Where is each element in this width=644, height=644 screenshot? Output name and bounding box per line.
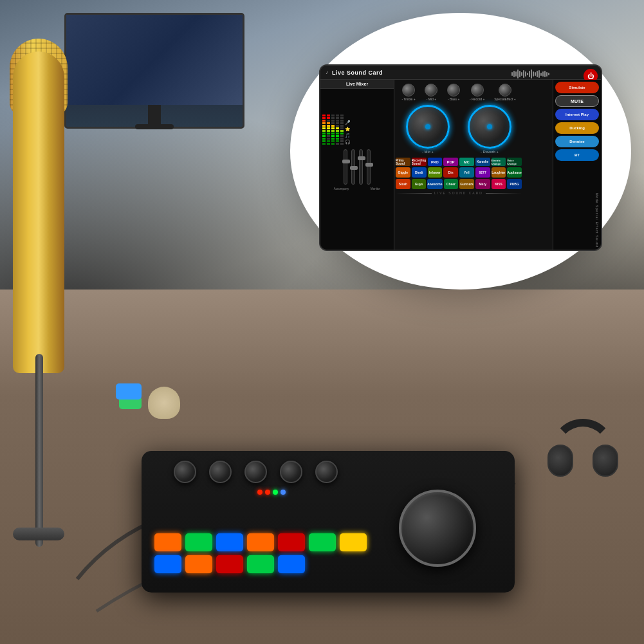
- bt-button[interactable]: BT: [555, 149, 599, 161]
- music-icon: ♪: [326, 69, 328, 75]
- deco-line-left: [396, 193, 432, 194]
- wave-17: [542, 71, 544, 77]
- sfx-kiss-label: KISS: [495, 182, 502, 186]
- device-btn-orange-3: [185, 555, 212, 573]
- wave-3: [515, 71, 517, 77]
- headphone-cup-right: [593, 445, 618, 477]
- device-knob-1: [174, 461, 196, 483]
- device-btn-yellow-1: [340, 533, 367, 551]
- wave-8: [525, 71, 526, 77]
- wave-12: [533, 71, 534, 77]
- device-btn-blue-2: [154, 555, 181, 573]
- record-knob: [471, 84, 484, 97]
- headphone-cup-left: [547, 445, 573, 477]
- reverb-knob-dot: [487, 124, 492, 129]
- sfx-guys-label: Guys: [415, 182, 423, 186]
- denoise-label: Denoise: [569, 140, 584, 143]
- mic-knob-label: - Mic +: [422, 150, 434, 154]
- device-knob-5: [315, 461, 338, 483]
- sfx-mary[interactable]: Mary: [475, 179, 490, 189]
- fader-4: [367, 149, 371, 185]
- microphone-area: [0, 0, 129, 644]
- sfx-slash[interactable]: Slash: [396, 179, 410, 189]
- mid-knob: [425, 84, 437, 97]
- sfx-applause-label: Applause: [507, 170, 522, 174]
- fader-1: [344, 149, 347, 185]
- sfx-pubg[interactable]: PUBG: [507, 179, 522, 189]
- led-strip: [257, 490, 286, 495]
- simulate-button[interactable]: Simulate: [555, 82, 599, 93]
- sfx-slash-label: Slash: [399, 182, 407, 186]
- mute-label: MUTE: [571, 99, 584, 104]
- device-btn-orange-1: [154, 533, 181, 551]
- mode-btn-karaoke-label: Karaoke: [477, 160, 488, 163]
- mic-knob-dot: [425, 124, 430, 129]
- led-red-2: [265, 490, 270, 495]
- internet-play-button[interactable]: Internet Play: [555, 109, 599, 120]
- device-buttons-grid: [154, 533, 386, 573]
- mode-btn-recording-label: Recording Sound: [412, 159, 427, 165]
- device-btn-red-1: [278, 533, 305, 551]
- fader-3: [359, 149, 363, 185]
- wave-11: [531, 69, 532, 78]
- sfx-applause[interactable]: Applause: [507, 167, 522, 178]
- faders: [320, 147, 394, 187]
- mode-btn-electric-label: Electric Change: [492, 159, 506, 165]
- vu-icons: 🎤 ⭐ 🎵 🎧: [345, 120, 351, 145]
- reverb-knob-group: - Reverb +: [468, 105, 511, 154]
- wave-4: [517, 69, 519, 78]
- mic-stand-base: [13, 528, 64, 540]
- device-knobs-row: [174, 461, 338, 483]
- wave-18: [544, 71, 546, 77]
- device-knob-4: [280, 461, 302, 483]
- wave-6: [521, 72, 522, 76]
- vu-col-4: [336, 115, 339, 145]
- wave-20: [548, 73, 549, 75]
- sfx-9277[interactable]: 9277: [475, 167, 490, 178]
- mode-btn-electric[interactable]: Electric Change: [492, 158, 506, 166]
- mode-btn-prima[interactable]: Prima Sound: [396, 158, 410, 166]
- sfx-gunners[interactable]: Gunners: [459, 179, 474, 189]
- wave-19: [546, 72, 547, 77]
- vu-col-3: [331, 115, 335, 145]
- record-knob-group: - Record +: [470, 84, 484, 101]
- sfx-awesome[interactable]: Awesome: [427, 179, 442, 189]
- mute-button[interactable]: MUTE: [555, 95, 599, 107]
- wave-9: [527, 73, 528, 75]
- mode-btn-mc[interactable]: MC: [459, 158, 474, 166]
- sfx-laughter[interactable]: Laughter: [492, 167, 506, 178]
- mic-body: [13, 51, 64, 373]
- monitor-stand: [148, 105, 161, 124]
- bass-label: - Bass +: [448, 97, 459, 101]
- sfx-din[interactable]: Din: [443, 167, 458, 178]
- fader-2: [351, 149, 355, 185]
- fader-2-handle: [350, 166, 358, 170]
- sfx-kiss[interactable]: KISS: [492, 179, 506, 189]
- mode-btn-recording[interactable]: Recording Sound: [412, 158, 427, 166]
- wave-13: [535, 72, 536, 76]
- bt-label: BT: [575, 153, 580, 157]
- fader-4-handle: [365, 163, 373, 167]
- mode-btn-pro[interactable]: PRO: [428, 158, 443, 166]
- mic-big-knob: [406, 105, 450, 149]
- sfx-knob-label: SpecialEffect +: [494, 97, 515, 101]
- vu-col-1: [322, 115, 326, 145]
- mode-btn-pop[interactable]: POP: [443, 158, 458, 166]
- sc-title: Live Sound Card: [332, 69, 383, 76]
- sfx-yell[interactable]: Yell: [459, 167, 474, 178]
- sfx-pubg-label: PUBG: [510, 182, 519, 186]
- sc-topbar: ♪ Live Sound Card: [320, 66, 601, 80]
- sfx-dindi-label: Dindi: [415, 170, 423, 174]
- ducking-button[interactable]: Ducking: [555, 122, 599, 134]
- internet-play-label: Internet Play: [566, 113, 589, 116]
- sfx-dindi[interactable]: Dindi: [412, 167, 427, 178]
- mode-btn-voice[interactable]: Voice Change: [507, 158, 522, 166]
- denoise-button[interactable]: Denoise: [555, 136, 599, 147]
- sfx-guys[interactable]: Guys: [412, 179, 427, 189]
- mode-btn-karaoke[interactable]: Karaoke: [475, 158, 490, 166]
- sfx-giggle[interactable]: Giggle: [396, 167, 410, 178]
- sfx-cheer[interactable]: Cheer: [444, 179, 459, 189]
- vu-col-2: [327, 115, 330, 145]
- simulate-label: Simulate: [569, 86, 585, 89]
- sfx-inluwer[interactable]: Inluwer: [428, 167, 443, 178]
